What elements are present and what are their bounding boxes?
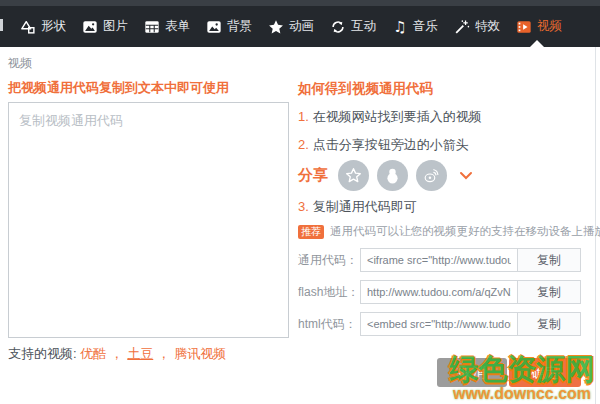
chevron-down-icon — [459, 171, 473, 180]
toolbar-item-video-active[interactable]: 视频 — [516, 18, 562, 35]
qzone-icon — [338, 160, 369, 191]
tip-row: 推荐 通用代码可以让您的视频更好的支持在移动设备上播放 — [298, 224, 600, 239]
video-film-icon — [516, 19, 532, 35]
step-1: 1.在视频网站找到要插入的视频 — [298, 108, 482, 126]
link-tudou[interactable]: 土豆 — [127, 346, 153, 361]
weibo-icon — [416, 160, 447, 191]
image-icon — [82, 19, 98, 35]
tip-text: 通用代码可以让您的视频更好的支持在移动设备上播放 — [330, 224, 600, 239]
link-tencent-video[interactable]: 腾讯视频 — [174, 346, 226, 361]
step-3: 3.复制通用代码即可 — [298, 198, 417, 216]
step-3-number: 3. — [298, 199, 309, 214]
partial-toolbar-item — [0, 19, 3, 31]
copy-embed-code-button[interactable]: 复制 — [518, 249, 580, 271]
panel-title: 视频 — [8, 55, 32, 72]
toolbar-item-label: 特效 — [475, 18, 500, 35]
embed-code-box: 复制 — [360, 248, 581, 272]
toolbar-item-effects[interactable]: 特效 — [454, 18, 500, 35]
magic-wand-icon — [454, 19, 470, 35]
toolbar-items: 形状 图片 表单 背景 — [20, 6, 562, 47]
flash-url-input[interactable] — [361, 281, 518, 303]
recommended-badge: 推荐 — [298, 225, 324, 239]
embed-code-input[interactable] — [361, 249, 518, 271]
paste-code-instruction: 把视频通用代码复制到文本中即可使用 — [8, 79, 229, 97]
active-tab-caret — [530, 40, 544, 47]
music-note-icon: ♫ — [392, 19, 408, 35]
copy-flash-url-button[interactable]: 复制 — [518, 281, 580, 303]
watermark-site-url: www.downcc.com — [446, 385, 598, 403]
star-icon — [268, 19, 284, 35]
editor-toolbar: 形状 图片 表单 背景 — [0, 0, 600, 47]
toolbar-item-background[interactable]: 背景 — [206, 18, 252, 35]
step-3-text: 复制通用代码即可 — [313, 199, 417, 214]
flash-url-box: 复制 — [360, 280, 581, 304]
supported-label: 支持的视频: — [8, 346, 77, 361]
html-code-box: 复制 — [360, 312, 581, 336]
toolbar-item-form[interactable]: 表单 — [144, 18, 190, 35]
confirm-button[interactable]: 确定 — [509, 358, 581, 387]
toolbar-item-label: 形状 — [41, 18, 66, 35]
toolbar-item-label: 动画 — [289, 18, 314, 35]
flash-url-row: flash地址： 复制 — [298, 280, 583, 304]
link-youku[interactable]: 优酷 — [80, 346, 106, 361]
toolbar-item-label: 图片 — [103, 18, 128, 35]
html-code-label: html代码： — [298, 312, 360, 336]
step-2: 2.点击分享按钮旁边的小箭头 — [298, 136, 469, 154]
copy-html-code-button[interactable]: 复制 — [518, 313, 580, 335]
embed-code-label: 通用代码： — [298, 248, 360, 272]
video-insert-dialog: 形状 图片 表单 背景 — [0, 0, 600, 404]
cancel-button[interactable]: 取消 — [437, 358, 507, 387]
flash-url-label: flash地址： — [298, 280, 360, 304]
step-1-number: 1. — [298, 109, 309, 124]
toolbar-item-label: 音乐 — [413, 18, 438, 35]
qq-icon — [377, 160, 408, 191]
html-code-input[interactable] — [361, 313, 518, 335]
circular-arrows-icon — [330, 19, 346, 35]
form-table-icon — [144, 19, 160, 35]
embed-code-row: 通用代码： 复制 — [298, 248, 583, 272]
toolbar-item-label: 背景 — [227, 18, 252, 35]
separator: ， — [157, 346, 170, 361]
share-label: 分享 — [298, 166, 328, 185]
toolbar-item-label: 视频 — [537, 18, 562, 35]
html-code-row: html代码： 复制 — [298, 312, 583, 336]
shapes-icon — [20, 19, 36, 35]
video-code-textarea[interactable] — [8, 102, 289, 338]
howto-heading: 如何得到视频通用代码 — [298, 80, 433, 98]
background-icon — [206, 19, 222, 35]
step-1-text: 在视频网站找到要插入的视频 — [313, 109, 482, 124]
toolbar-item-animation[interactable]: 动画 — [268, 18, 314, 35]
toolbar-item-label: 表单 — [165, 18, 190, 35]
separator: ， — [110, 346, 123, 361]
step-2-number: 2. — [298, 137, 309, 152]
toolbar-item-shapes[interactable]: 形状 — [20, 18, 66, 35]
toolbar-item-interaction[interactable]: 互动 — [330, 18, 376, 35]
supported-videos-line: 支持的视频: 优酷，土豆，腾讯视频 — [8, 345, 226, 363]
step-2-text: 点击分享按钮旁边的小箭头 — [313, 137, 469, 152]
toolbar-item-image[interactable]: 图片 — [82, 18, 128, 35]
toolbar-item-music[interactable]: ♫ 音乐 — [392, 18, 438, 35]
share-illustration: 分享 — [298, 158, 473, 192]
toolbar-item-label: 互动 — [351, 18, 376, 35]
